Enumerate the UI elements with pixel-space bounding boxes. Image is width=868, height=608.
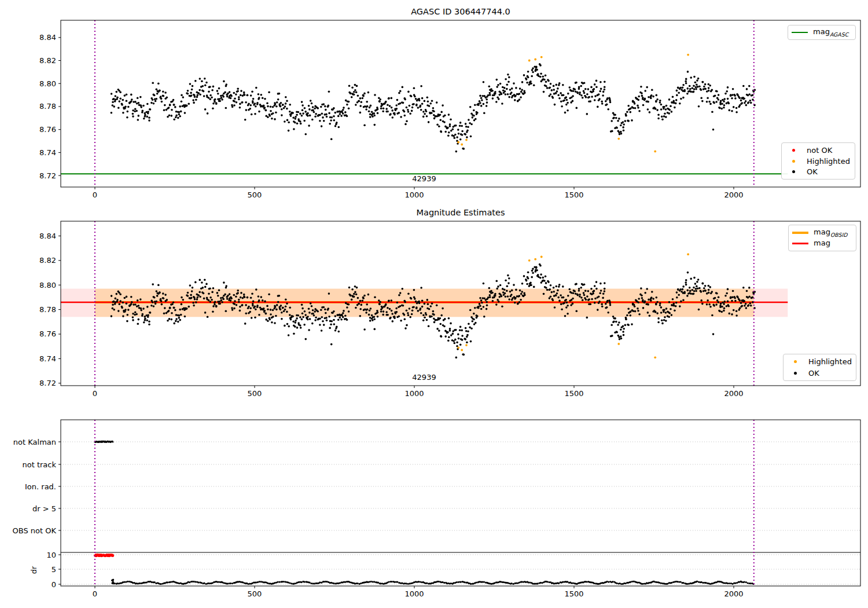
y-tick-label: 8.76 [39,125,56,134]
ok-marker-mid [794,372,797,375]
x-tick-label: 1500 [564,389,583,398]
not-ok-label: not OK [807,146,832,155]
legend-row-highlighted: Highlighted [785,156,851,167]
flag-category-label: not Kalman [13,438,56,446]
top-obsid-annotation: 42939 [398,175,450,182]
x-tick-label: 0 [93,191,97,199]
x-tick-label: 500 [248,589,262,598]
y-tick-label: 8.74 [39,148,56,157]
legend-row-mag-obsid: magOBSID [792,227,852,238]
axes-spine [61,420,860,586]
y-tick-label: 8.82 [39,56,56,65]
not-ok-marker [792,149,795,152]
legend-row-ok-mid: OK [787,368,852,379]
x-tick-label: 1500 [564,589,583,598]
x-tick-label: 500 [248,191,262,199]
y-tick-label: 8.72 [39,379,56,387]
mag-obsid-line-sample [792,232,808,234]
mag-line-sample [792,243,808,244]
legend-row-mag: mag [792,238,852,249]
y-tick-label: 8.78 [39,305,56,314]
y-tick-label: 8.80 [39,281,56,290]
x-tick-label: 1000 [404,191,424,199]
middle-line-legend: magOBSID mag [788,225,856,251]
y-tick-label: 8.72 [39,171,56,180]
legend-row-highlighted-mid: Highlighted [787,356,852,368]
top-line-legend: magAGASC [788,25,856,40]
scatter-ok-top [111,63,756,152]
flag-category-label: dr > 5 [32,504,56,513]
legend-row-ok: OK [785,166,851,177]
x-tick-label: 1000 [404,389,424,398]
y-tick-label: 8.78 [39,102,56,111]
x-tick-label: 1500 [564,191,583,199]
y-tick-label: 8.74 [39,354,56,363]
dr-tick-label: 5 [52,565,56,574]
top-marker-legend: not OK Highlighted OK [781,142,855,180]
highlighted-label-mid: Highlighted [808,357,852,366]
ok-label: OK [807,167,818,176]
y-tick-label: 8.84 [39,33,56,42]
middle-marker-legend: Highlighted OK [783,354,856,381]
y-tick-label: 8.76 [39,329,56,338]
legend-row-mag-agasc: magAGASC [792,27,852,38]
x-tick-label: 1000 [404,589,424,598]
x-tick-label: 2000 [724,191,743,199]
dr-clipped-segment [94,554,114,558]
dr-tick-label: 10 [46,551,56,559]
top-plot-title: AGASC ID 306447744.0 [61,7,860,16]
highlighted-label: Highlighted [807,157,850,166]
flag-category-label: OBS not OK [13,526,57,535]
mag-label: mag [814,239,830,249]
middle-plot-title: Magnitude Estimates [61,208,860,217]
highlighted-marker-mid [794,360,797,363]
y-tick-label: 8.84 [39,232,56,240]
ok-label-mid: OK [808,369,819,378]
scatter-highlighted-top [457,54,689,153]
not-kalman-segment [94,441,114,443]
dr-tick-label: 0 [52,580,56,589]
middle-obsid-annotation: 42939 [398,373,450,381]
x-tick-label: 2000 [724,589,743,598]
x-tick-label: 0 [93,589,97,598]
legend-row-not-ok: not OK [785,145,851,156]
flag-category-label: not track [22,460,56,469]
mag-obsid-label: magOBSID [814,228,847,238]
y-tick-label: 8.82 [39,256,56,265]
mag-agasc-line-sample [792,32,808,34]
ok-marker [792,170,795,173]
x-tick-label: 0 [93,389,97,398]
dr-axis-label: dr [30,566,38,574]
x-tick-label: 500 [248,389,262,398]
highlighted-marker [792,160,795,163]
flag-category-label: Ion. rad. [25,482,56,491]
x-tick-label: 2000 [724,389,743,398]
plots-canvas: 0500100015002000050010001500200005001000… [0,0,868,608]
figure: 0500100015002000050010001500200005001000… [0,0,868,608]
mag-agasc-label: magAGASC [813,27,848,38]
y-tick-label: 8.80 [39,79,56,88]
